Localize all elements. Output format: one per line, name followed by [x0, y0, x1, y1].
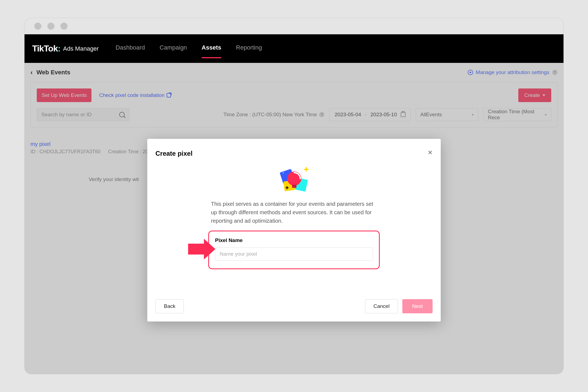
modal-illustration	[155, 166, 433, 193]
nav-dashboard[interactable]: Dashboard	[116, 44, 145, 53]
modal-description: This pixel serves as a container for you…	[211, 200, 377, 225]
annotation-arrow-icon	[188, 239, 215, 259]
svg-point-3	[287, 171, 301, 186]
window-dot	[47, 23, 54, 30]
nav-links: Dashboard Campaign Assets Reporting	[116, 44, 262, 53]
lightbulb-illustration-icon	[279, 166, 309, 193]
next-button[interactable]: Next	[402, 299, 433, 313]
back-button[interactable]: Back	[155, 299, 184, 313]
pixel-name-input[interactable]	[215, 247, 373, 261]
modal-header: Create pixel ✕	[155, 150, 433, 157]
nav-reporting[interactable]: Reporting	[236, 44, 262, 53]
modal-footer: Back Cancel Next	[155, 299, 433, 313]
brand: TikTok: Ads Manager	[32, 44, 99, 54]
close-button[interactable]: ✕	[428, 150, 433, 156]
top-nav: TikTok: Ads Manager Dashboard Campaign A…	[24, 34, 564, 63]
cancel-button[interactable]: Cancel	[365, 299, 398, 313]
modal-footer-right: Cancel Next	[365, 299, 433, 313]
create-pixel-modal: Create pixel ✕ This pixel serves as a co…	[147, 139, 441, 321]
svg-marker-5	[188, 239, 215, 259]
nav-campaign[interactable]: Campaign	[160, 44, 187, 53]
brand-subtitle: Ads Manager	[63, 45, 99, 52]
window-dot	[34, 23, 41, 30]
pixel-name-label: Pixel Name	[215, 237, 373, 243]
browser-frame: TikTok: Ads Manager Dashboard Campaign A…	[24, 18, 564, 374]
nav-assets[interactable]: Assets	[202, 44, 221, 53]
modal-field-wrap: Pixel Name	[155, 231, 433, 269]
svg-rect-4	[292, 185, 296, 188]
app-frame: TikTok: Ads Manager Dashboard Campaign A…	[24, 34, 564, 374]
window-controls	[24, 18, 564, 34]
pixel-name-highlight: Pixel Name	[208, 231, 380, 269]
window-dot	[60, 23, 68, 30]
modal-title: Create pixel	[155, 150, 192, 157]
tiktok-logo: TikTok:	[32, 44, 60, 54]
